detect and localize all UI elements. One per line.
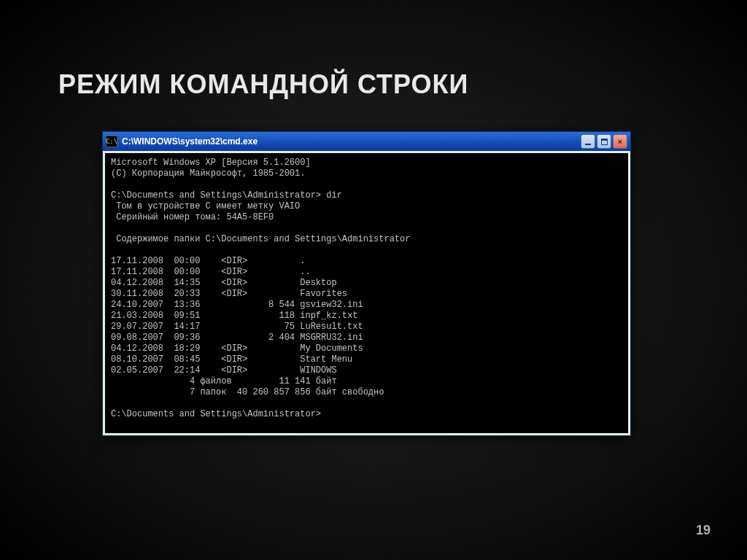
cmd-icon: C:\ xyxy=(106,136,117,147)
titlebar[interactable]: C:\ C:\WINDOWS\system32\cmd.exe × xyxy=(103,132,630,151)
close-button[interactable]: × xyxy=(613,134,627,149)
window-controls: × xyxy=(581,134,627,149)
cmd-frame: Microsoft Windows XP [Версия 5.1.2600] (… xyxy=(103,151,630,435)
minimize-button[interactable] xyxy=(581,134,595,149)
minimize-icon xyxy=(585,144,591,145)
page-number: 19 xyxy=(696,523,711,538)
window-title: C:\WINDOWS\system32\cmd.exe xyxy=(122,136,581,147)
slide-title: РЕЖИМ КОМАНДНОЙ СТРОКИ xyxy=(58,69,468,100)
maximize-icon xyxy=(601,139,608,145)
maximize-button[interactable] xyxy=(597,134,611,149)
terminal-output[interactable]: Microsoft Windows XP [Версия 5.1.2600] (… xyxy=(105,153,628,433)
cmd-window: C:\ C:\WINDOWS\system32\cmd.exe × Micros… xyxy=(102,131,631,436)
